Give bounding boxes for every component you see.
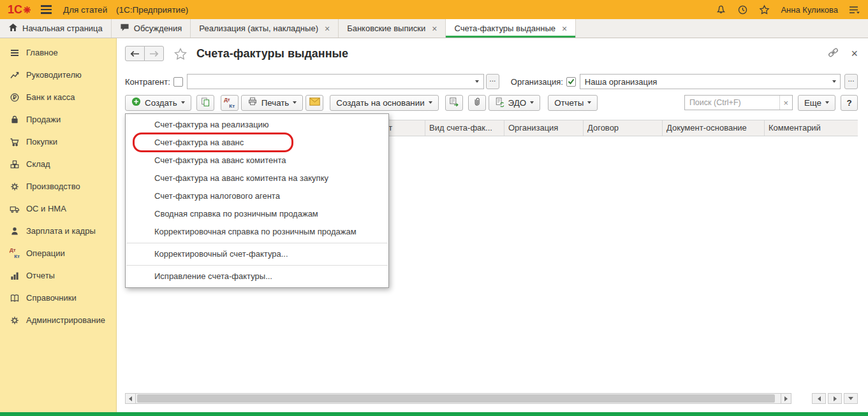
reports-button[interactable]: Отчеты bbox=[548, 95, 598, 111]
scrollbar-track[interactable] bbox=[136, 393, 781, 404]
table-arrow-icon bbox=[449, 97, 459, 109]
tab-home[interactable]: Начальная страница bbox=[0, 19, 112, 38]
menu-item-invoice-advance[interactable]: Счет-фактура на аванс bbox=[126, 134, 388, 152]
send-email-button[interactable] bbox=[305, 95, 323, 111]
main-menu-icon[interactable] bbox=[41, 5, 52, 14]
tab-realization[interactable]: Реализация (акты, накладные) × bbox=[191, 19, 339, 38]
menu-item-invoice-tax-agent[interactable]: Счет-фактура налогового агента bbox=[126, 187, 388, 205]
more-button[interactable]: Еще bbox=[798, 95, 835, 111]
tab-close-icon[interactable]: × bbox=[325, 24, 330, 34]
sidebar-item-main[interactable]: Главное bbox=[0, 41, 116, 64]
sidebar-item-directories[interactable]: Справочники bbox=[0, 287, 116, 309]
scroll-left-arrow[interactable] bbox=[125, 393, 136, 404]
menu-item-invoice-fix[interactable]: Исправление счета-фактуры... bbox=[126, 268, 388, 285]
edo-button[interactable]: ЭДО bbox=[489, 95, 541, 111]
menu-item-invoice-realization[interactable]: Счет-фактура на реализацию bbox=[126, 116, 388, 134]
sidebar-item-payroll-hr[interactable]: Зарплата и кадры bbox=[0, 220, 116, 242]
organization-checkbox[interactable] bbox=[566, 77, 576, 87]
app-title: Для статей (1С:Предприятие) bbox=[63, 5, 188, 15]
column-header-invoice-type[interactable]: Вид счета-фак... bbox=[425, 120, 504, 136]
column-header-organization[interactable]: Организация bbox=[504, 120, 584, 136]
sidebar-item-reports[interactable]: Отчеты bbox=[0, 264, 116, 287]
tab-bank-statements[interactable]: Банковские выписки × bbox=[339, 19, 446, 38]
print-button[interactable]: Печать bbox=[241, 95, 304, 111]
menu-separator bbox=[126, 243, 388, 243]
edo-document-icon bbox=[495, 97, 504, 109]
sidebar-item-warehouse[interactable]: Склад bbox=[0, 153, 116, 175]
corner-right-arrow-button[interactable] bbox=[828, 393, 842, 404]
sidebar-item-administration[interactable]: Администрирование bbox=[0, 309, 116, 331]
create-by-copy-button[interactable] bbox=[196, 95, 214, 111]
sidebar-label: Зарплата и кадры bbox=[26, 226, 96, 236]
logo-star-icon bbox=[24, 6, 31, 13]
sidebar-label: Покупки bbox=[26, 137, 57, 147]
logo-text: 1С bbox=[8, 3, 22, 17]
notifications-bell-icon[interactable] bbox=[716, 4, 726, 15]
sidebar-item-bank-cash[interactable]: Банк и касса bbox=[0, 86, 116, 108]
contractor-choose-button[interactable]: ... bbox=[486, 74, 499, 89]
app-suffix: (1С:Предприятие) bbox=[116, 5, 188, 15]
book-icon bbox=[10, 293, 20, 303]
create-based-on-button[interactable]: Создать на основании bbox=[330, 95, 438, 111]
help-button[interactable]: ? bbox=[841, 95, 858, 111]
discussions-icon bbox=[120, 23, 129, 34]
scroll-right-arrow[interactable] bbox=[781, 393, 791, 404]
get-link-icon[interactable] bbox=[827, 47, 839, 60]
menu-item-invoice-advance-principal[interactable]: Счет-фактура на аванс комитента bbox=[126, 152, 388, 169]
user-menu-icon[interactable] bbox=[849, 5, 860, 15]
cart-icon bbox=[10, 137, 20, 147]
corner-left-arrow-button[interactable] bbox=[812, 393, 826, 404]
command-bar: Создать Дт Кт Печать bbox=[125, 94, 858, 111]
tab-label: Начальная страница bbox=[22, 24, 103, 33]
column-header-base-document[interactable]: Документ-основание bbox=[663, 120, 765, 136]
person-icon bbox=[10, 226, 20, 236]
menu-item-correction-summary-retail[interactable]: Корректировочная справка по розничным пр… bbox=[126, 223, 388, 241]
corner-down-arrow-button[interactable] bbox=[844, 393, 858, 404]
column-header-comment[interactable]: Комментарий bbox=[765, 120, 858, 136]
organization-combo-value: Наша организация bbox=[580, 77, 828, 87]
menu-item-correction-invoice[interactable]: Корректировочный счет-фактура... bbox=[126, 245, 388, 263]
sidebar-label: Главное bbox=[26, 48, 58, 57]
column-header-contract[interactable]: Договор bbox=[584, 120, 663, 136]
form-title-row: Счета-фактуры выданные × bbox=[125, 44, 858, 63]
scrollbar-thumb[interactable] bbox=[137, 394, 775, 403]
tab-discussions[interactable]: Обсуждения bbox=[112, 19, 191, 38]
sidebar-item-sales[interactable]: Продажи bbox=[0, 108, 116, 131]
search-input[interactable] bbox=[685, 98, 779, 107]
favorites-star-icon[interactable] bbox=[759, 4, 770, 15]
register-records-button[interactable] bbox=[445, 95, 463, 111]
tab-invoices-issued[interactable]: Счета-фактуры выданные × bbox=[446, 19, 576, 38]
add-to-favorites-star-icon[interactable] bbox=[174, 48, 187, 60]
close-form-icon[interactable]: × bbox=[851, 48, 858, 59]
sidebar-item-manager[interactable]: Руководителю bbox=[0, 64, 116, 86]
sidebar-item-operations[interactable]: Дт Кт Операции bbox=[0, 242, 116, 264]
sidebar-item-fixed-assets[interactable]: ОС и НМА bbox=[0, 197, 116, 220]
create-button[interactable]: Создать bbox=[125, 95, 191, 111]
menu-item-summary-retail[interactable]: Сводная справка по розничным продажам bbox=[126, 205, 388, 223]
sidebar-label: Банк и касса bbox=[26, 92, 75, 102]
contractor-combobox[interactable] bbox=[187, 74, 484, 89]
back-button[interactable] bbox=[125, 46, 145, 61]
application-window: 1С Для статей (1С:Предприятие) bbox=[0, 0, 868, 416]
show-postings-dtkt-button[interactable]: Дт Кт bbox=[221, 95, 239, 111]
sidebar-label: Продажи bbox=[26, 115, 61, 124]
dropdown-arrow-icon[interactable] bbox=[471, 75, 483, 89]
organization-combobox[interactable]: Наша организация bbox=[580, 74, 841, 89]
menu-lines-icon bbox=[10, 48, 20, 58]
user-name[interactable]: Анна Куликова bbox=[781, 5, 838, 15]
sidebar-item-production[interactable]: Производство bbox=[0, 175, 116, 197]
forward-button[interactable] bbox=[144, 46, 164, 61]
menu-item-invoice-advance-principal-purchase[interactable]: Счет-фактура на аванс комитента на закуп… bbox=[126, 169, 388, 187]
search-clear-icon[interactable]: × bbox=[779, 96, 792, 110]
tab-close-icon[interactable]: × bbox=[432, 24, 437, 34]
tab-close-icon[interactable]: × bbox=[562, 24, 567, 34]
bar-chart-icon bbox=[10, 271, 20, 281]
organization-choose-button[interactable]: ... bbox=[844, 74, 858, 89]
sidebar-item-purchases[interactable]: Покупки bbox=[0, 131, 116, 153]
history-clock-icon[interactable] bbox=[737, 4, 748, 15]
attachments-button[interactable] bbox=[468, 95, 486, 111]
dropdown-arrow-icon[interactable] bbox=[828, 75, 840, 89]
contractor-checkbox[interactable] bbox=[173, 77, 183, 87]
bag-icon bbox=[10, 115, 20, 125]
sidebar-label: Администрирование bbox=[26, 315, 105, 325]
